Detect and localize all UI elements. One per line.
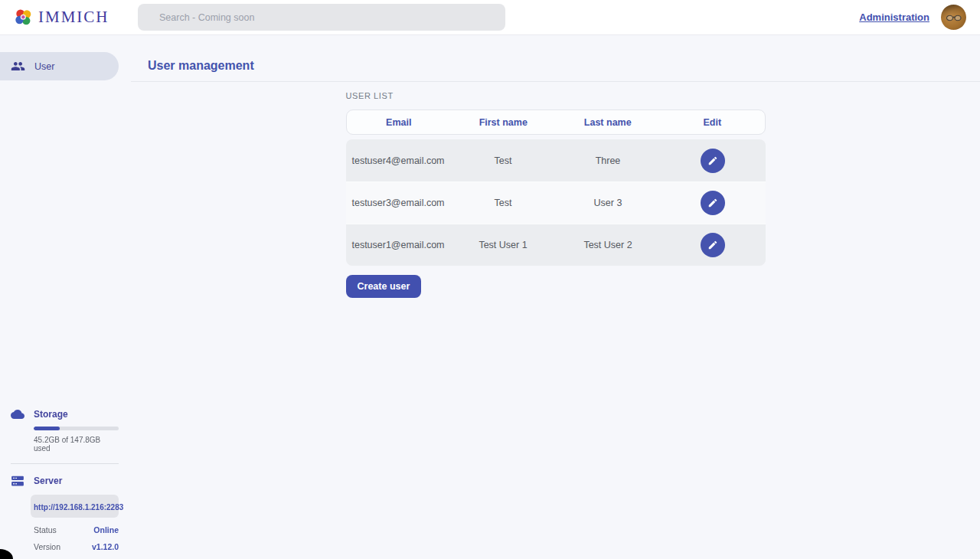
table-row: testuser1@email.com Test User 1 Test Use… [346, 224, 766, 266]
user-email: testuser4@email.com [346, 155, 451, 166]
brand-name: IMMICH [38, 8, 109, 27]
glasses-icon [946, 14, 962, 21]
page-title: User management [148, 59, 980, 73]
column-header-last-name: Last name [556, 117, 661, 128]
user-email: testuser1@email.com [346, 240, 451, 250]
sidebar-item-user[interactable]: User [0, 52, 119, 80]
storage-progress-bar [34, 427, 119, 430]
storage-block: Storage 45.2GB of 147.8GB used [11, 407, 119, 453]
server-url-chip[interactable]: http://192.168.1.216:2283 [31, 495, 119, 518]
users-icon [11, 59, 25, 74]
status-label: Status [34, 525, 57, 534]
table-body: testuser4@email.com Test Three testuser3… [346, 139, 766, 266]
immich-logo-icon [14, 8, 33, 27]
pencil-icon [707, 240, 718, 250]
status-value: Online [93, 525, 119, 534]
user-first-name: Test [451, 198, 556, 208]
table-row: testuser4@email.com Test Three [346, 139, 766, 181]
user-last-name: Three [556, 155, 661, 166]
brand-home-link[interactable]: IMMICH [14, 8, 138, 27]
sidebar-item-label: User [34, 61, 54, 72]
column-header-email: Email [347, 117, 452, 128]
user-list-label: USER LIST [346, 91, 766, 100]
sidebar: User Storage 45.2GB of 147.8GB used [0, 35, 131, 559]
administration-link[interactable]: Administration [859, 11, 929, 23]
user-email: testuser3@email.com [346, 198, 451, 208]
version-label: Version [34, 542, 60, 551]
sidebar-footer: Storage 45.2GB of 147.8GB used Server [0, 407, 131, 551]
server-version-row: Version v1.12.0 [34, 542, 119, 551]
storage-progress-fill [34, 427, 60, 430]
column-header-first-name: First name [451, 117, 556, 128]
topbar: IMMICH Administration [0, 0, 980, 35]
sidebar-divider [11, 463, 119, 464]
server-title: Server [34, 476, 62, 486]
user-last-name: User 3 [556, 198, 661, 208]
user-avatar[interactable] [941, 5, 966, 30]
topbar-right: Administration [859, 5, 966, 30]
user-last-name: Test User 2 [556, 240, 661, 250]
edit-user-button[interactable] [701, 149, 725, 173]
search-input[interactable] [138, 4, 505, 31]
user-first-name: Test [451, 155, 556, 166]
pencil-icon [707, 198, 718, 208]
version-value: v1.12.0 [92, 542, 119, 551]
table-row: testuser3@email.com Test User 3 [346, 181, 766, 224]
main-content: User management USER LIST Email First na… [131, 0, 980, 298]
pencil-icon [707, 155, 718, 166]
storage-title: Storage [34, 409, 68, 420]
storage-usage-text: 45.2GB of 147.8GB used [34, 436, 119, 453]
user-first-name: Test User 1 [451, 240, 556, 250]
user-table: Email First name Last name Edit testuser… [346, 110, 766, 266]
edit-user-button[interactable] [701, 191, 725, 215]
server-status-row: Status Online [34, 525, 119, 534]
page-header: User management [131, 35, 980, 82]
cloud-icon [11, 407, 24, 421]
server-block: Server http://192.168.1.216:2283 Status … [11, 474, 119, 551]
server-icon [11, 474, 24, 488]
edit-user-button[interactable] [701, 233, 725, 257]
column-header-edit: Edit [660, 117, 765, 128]
create-user-button[interactable]: Create user [346, 275, 422, 298]
table-header-row: Email First name Last name Edit [346, 110, 766, 135]
server-url: http://192.168.1.216:2283 [34, 503, 123, 512]
